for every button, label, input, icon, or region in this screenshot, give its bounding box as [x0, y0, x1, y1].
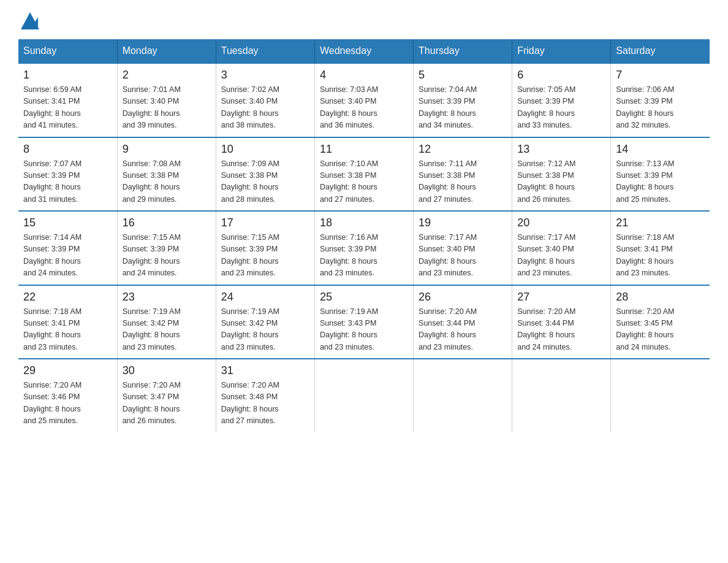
day-info: Sunrise: 7:17 AM Sunset: 3:40 PM Dayligh… — [517, 232, 605, 280]
calendar-cell: 20 Sunrise: 7:17 AM Sunset: 3:40 PM Dayl… — [512, 211, 611, 285]
day-number: 23 — [123, 291, 211, 304]
day-number: 19 — [419, 216, 507, 229]
calendar-cell: 2 Sunrise: 7:01 AM Sunset: 3:40 PM Dayli… — [117, 63, 216, 137]
day-info: Sunrise: 7:20 AM Sunset: 3:46 PM Dayligh… — [23, 380, 112, 427]
day-number: 16 — [123, 216, 211, 229]
calendar-cell — [314, 359, 413, 432]
calendar-cell — [512, 359, 611, 432]
day-number: 4 — [320, 69, 408, 82]
day-info: Sunrise: 7:20 AM Sunset: 3:45 PM Dayligh… — [616, 306, 705, 354]
day-info: Sunrise: 7:20 AM Sunset: 3:44 PM Dayligh… — [419, 306, 507, 354]
calendar-cell: 12 Sunrise: 7:11 AM Sunset: 3:38 PM Dayl… — [414, 137, 512, 212]
day-info: Sunrise: 7:05 AM Sunset: 3:39 PM Dayligh… — [517, 84, 605, 132]
calendar-header-friday: Friday — [512, 39, 611, 63]
calendar-cell: 11 Sunrise: 7:10 AM Sunset: 3:38 PM Dayl… — [314, 137, 413, 212]
calendar-cell: 7 Sunrise: 7:06 AM Sunset: 3:39 PM Dayli… — [611, 63, 710, 137]
day-info: Sunrise: 7:20 AM Sunset: 3:48 PM Dayligh… — [221, 380, 309, 427]
calendar-cell: 6 Sunrise: 7:05 AM Sunset: 3:39 PM Dayli… — [512, 63, 611, 137]
day-info: Sunrise: 7:06 AM Sunset: 3:39 PM Dayligh… — [616, 84, 705, 132]
day-info: Sunrise: 7:09 AM Sunset: 3:38 PM Dayligh… — [221, 158, 309, 206]
calendar-header-monday: Monday — [117, 39, 216, 63]
day-number: 30 — [123, 364, 211, 377]
day-info: Sunrise: 7:11 AM Sunset: 3:38 PM Dayligh… — [419, 158, 507, 206]
day-number: 25 — [320, 291, 408, 304]
day-number: 13 — [517, 143, 605, 156]
calendar-cell: 4 Sunrise: 7:03 AM Sunset: 3:40 PM Dayli… — [314, 63, 413, 137]
day-number: 3 — [221, 69, 309, 82]
calendar-week-2: 8 Sunrise: 7:07 AM Sunset: 3:39 PM Dayli… — [18, 137, 710, 212]
calendar-cell: 13 Sunrise: 7:12 AM Sunset: 3:38 PM Dayl… — [512, 137, 611, 212]
calendar-cell — [611, 359, 710, 432]
day-number: 21 — [616, 216, 705, 229]
day-number: 31 — [221, 364, 309, 377]
day-number: 11 — [320, 143, 408, 156]
day-info: Sunrise: 7:16 AM Sunset: 3:39 PM Dayligh… — [320, 232, 408, 280]
calendar-cell: 19 Sunrise: 7:17 AM Sunset: 3:40 PM Dayl… — [414, 211, 512, 285]
calendar-week-4: 22 Sunrise: 7:18 AM Sunset: 3:41 PM Dayl… — [18, 285, 710, 359]
calendar-cell: 10 Sunrise: 7:09 AM Sunset: 3:38 PM Dayl… — [216, 137, 314, 212]
day-info: Sunrise: 7:17 AM Sunset: 3:40 PM Dayligh… — [419, 232, 507, 280]
calendar-cell: 5 Sunrise: 7:04 AM Sunset: 3:39 PM Dayli… — [414, 63, 512, 137]
day-info: Sunrise: 7:19 AM Sunset: 3:43 PM Dayligh… — [320, 306, 408, 354]
day-info: Sunrise: 7:02 AM Sunset: 3:40 PM Dayligh… — [221, 84, 309, 132]
page-header — [18, 12, 710, 29]
logo-icon — [21, 12, 39, 29]
calendar-cell: 15 Sunrise: 7:14 AM Sunset: 3:39 PM Dayl… — [18, 211, 117, 285]
calendar-cell — [414, 359, 512, 432]
calendar-header-tuesday: Tuesday — [216, 39, 314, 63]
calendar-cell: 23 Sunrise: 7:19 AM Sunset: 3:42 PM Dayl… — [117, 285, 216, 359]
day-number: 6 — [517, 69, 605, 82]
calendar-cell: 22 Sunrise: 7:18 AM Sunset: 3:41 PM Dayl… — [18, 285, 117, 359]
day-number: 14 — [616, 143, 705, 156]
calendar-cell: 27 Sunrise: 7:20 AM Sunset: 3:44 PM Dayl… — [512, 285, 611, 359]
day-info: Sunrise: 7:18 AM Sunset: 3:41 PM Dayligh… — [23, 306, 112, 354]
calendar-week-1: 1 Sunrise: 6:59 AM Sunset: 3:41 PM Dayli… — [18, 63, 710, 137]
calendar-cell: 14 Sunrise: 7:13 AM Sunset: 3:39 PM Dayl… — [611, 137, 710, 212]
day-info: Sunrise: 7:18 AM Sunset: 3:41 PM Dayligh… — [616, 232, 705, 280]
day-number: 20 — [517, 216, 605, 229]
calendar-cell: 18 Sunrise: 7:16 AM Sunset: 3:39 PM Dayl… — [314, 211, 413, 285]
day-number: 15 — [23, 216, 112, 229]
day-number: 9 — [123, 143, 211, 156]
calendar-cell: 16 Sunrise: 7:15 AM Sunset: 3:39 PM Dayl… — [117, 211, 216, 285]
calendar-week-5: 29 Sunrise: 7:20 AM Sunset: 3:46 PM Dayl… — [18, 359, 710, 432]
calendar-cell: 31 Sunrise: 7:20 AM Sunset: 3:48 PM Dayl… — [216, 359, 314, 432]
day-number: 22 — [23, 291, 112, 304]
day-number: 24 — [221, 291, 309, 304]
day-number: 27 — [517, 291, 605, 304]
calendar-header-wednesday: Wednesday — [314, 39, 413, 63]
calendar-cell: 17 Sunrise: 7:15 AM Sunset: 3:39 PM Dayl… — [216, 211, 314, 285]
day-number: 10 — [221, 143, 309, 156]
calendar-header-thursday: Thursday — [414, 39, 512, 63]
day-number: 18 — [320, 216, 408, 229]
calendar-cell: 1 Sunrise: 6:59 AM Sunset: 3:41 PM Dayli… — [18, 63, 117, 137]
logo — [18, 12, 39, 29]
day-info: Sunrise: 7:04 AM Sunset: 3:39 PM Dayligh… — [419, 84, 507, 132]
calendar-cell: 29 Sunrise: 7:20 AM Sunset: 3:46 PM Dayl… — [18, 359, 117, 432]
day-number: 1 — [23, 69, 112, 82]
day-info: Sunrise: 7:15 AM Sunset: 3:39 PM Dayligh… — [221, 232, 309, 280]
calendar-header-row: SundayMondayTuesdayWednesdayThursdayFrid… — [18, 39, 710, 63]
day-info: Sunrise: 7:19 AM Sunset: 3:42 PM Dayligh… — [221, 306, 309, 354]
day-number: 29 — [23, 364, 112, 377]
calendar-cell: 3 Sunrise: 7:02 AM Sunset: 3:40 PM Dayli… — [216, 63, 314, 137]
day-info: Sunrise: 7:07 AM Sunset: 3:39 PM Dayligh… — [23, 158, 112, 206]
calendar-cell: 30 Sunrise: 7:20 AM Sunset: 3:47 PM Dayl… — [117, 359, 216, 432]
day-info: Sunrise: 7:20 AM Sunset: 3:44 PM Dayligh… — [517, 306, 605, 354]
calendar-cell: 21 Sunrise: 7:18 AM Sunset: 3:41 PM Dayl… — [611, 211, 710, 285]
day-number: 26 — [419, 291, 507, 304]
calendar-cell: 25 Sunrise: 7:19 AM Sunset: 3:43 PM Dayl… — [314, 285, 413, 359]
day-number: 17 — [221, 216, 309, 229]
day-number: 7 — [616, 69, 705, 82]
day-info: Sunrise: 7:13 AM Sunset: 3:39 PM Dayligh… — [616, 158, 705, 206]
calendar-cell: 8 Sunrise: 7:07 AM Sunset: 3:39 PM Dayli… — [18, 137, 117, 212]
calendar-cell: 28 Sunrise: 7:20 AM Sunset: 3:45 PM Dayl… — [611, 285, 710, 359]
day-number: 8 — [23, 143, 112, 156]
day-info: Sunrise: 7:12 AM Sunset: 3:38 PM Dayligh… — [517, 158, 605, 206]
day-info: Sunrise: 7:01 AM Sunset: 3:40 PM Dayligh… — [123, 84, 211, 132]
day-number: 2 — [123, 69, 211, 82]
calendar-cell: 9 Sunrise: 7:08 AM Sunset: 3:38 PM Dayli… — [117, 137, 216, 212]
calendar-cell: 26 Sunrise: 7:20 AM Sunset: 3:44 PM Dayl… — [414, 285, 512, 359]
day-info: Sunrise: 7:10 AM Sunset: 3:38 PM Dayligh… — [320, 158, 408, 206]
day-info: Sunrise: 7:14 AM Sunset: 3:39 PM Dayligh… — [23, 232, 112, 280]
